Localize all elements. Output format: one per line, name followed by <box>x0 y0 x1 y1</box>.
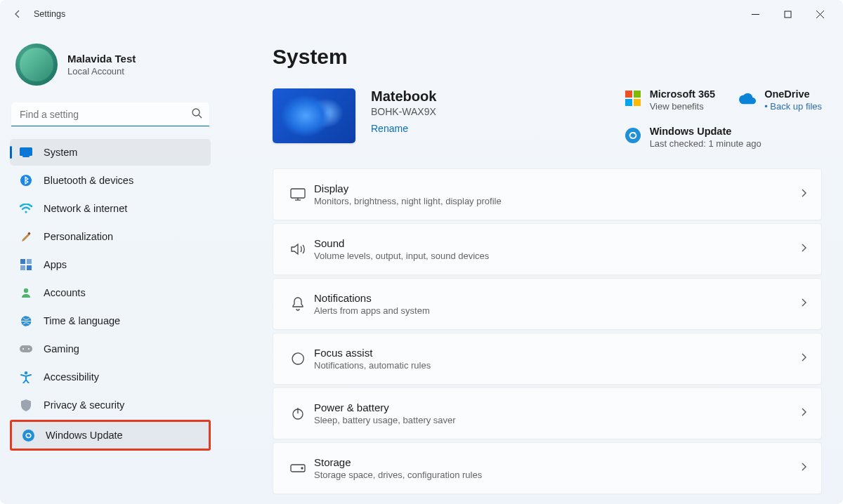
window-title: Settings <box>34 9 65 19</box>
svg-rect-12 <box>27 259 32 264</box>
svg-rect-25 <box>634 99 641 106</box>
settings-list: Display Monitors, brightness, night ligh… <box>273 168 822 494</box>
window-controls <box>739 3 836 25</box>
setting-subtitle: Notifications, automatic rules <box>314 360 431 371</box>
setting-title: Notifications <box>314 292 430 304</box>
setting-sound[interactable]: Sound Volume levels, output, input, soun… <box>273 223 822 275</box>
hero-row: Matebook BOHK-WAX9X Rename Microsoft 365… <box>273 88 822 149</box>
search-input[interactable] <box>11 102 209 126</box>
rename-link[interactable]: Rename <box>371 123 408 134</box>
svg-point-4 <box>192 109 200 116</box>
microsoft-logo-icon <box>625 90 641 107</box>
setting-display[interactable]: Display Monitors, brightness, night ligh… <box>273 168 822 220</box>
svg-rect-22 <box>625 91 632 98</box>
svg-rect-6 <box>20 147 32 156</box>
highlight-windows-update: Windows Update <box>10 420 211 451</box>
promo-onedrive[interactable]: OneDrive Back up files <box>739 88 822 112</box>
chevron-right-icon <box>800 298 807 310</box>
sidebar-item-system[interactable]: System <box>10 139 211 166</box>
avatar <box>15 44 58 86</box>
display-icon <box>286 188 310 201</box>
maximize-icon <box>784 11 792 18</box>
device-name: Matebook <box>371 88 436 105</box>
paintbrush-icon <box>20 230 32 243</box>
sidebar-item-network[interactable]: Network & internet <box>10 195 211 222</box>
bell-icon <box>286 297 310 311</box>
setting-power[interactable]: Power & battery Sleep, battery usage, ba… <box>273 387 822 439</box>
wifi-icon <box>20 202 32 215</box>
setting-subtitle: Volume levels, output, input, sound devi… <box>314 251 489 261</box>
setting-title: Storage <box>314 456 482 468</box>
moon-icon <box>286 352 310 365</box>
promo-subtitle: Back up files <box>764 101 822 112</box>
close-icon <box>816 11 824 18</box>
sidebar-item-label: Apps <box>44 259 67 270</box>
promo-title: Windows Update <box>650 126 762 137</box>
sidebar-item-apps[interactable]: Apps <box>10 251 211 278</box>
promo-windows-update[interactable]: Windows Update Last checked: 1 minute ag… <box>625 126 822 149</box>
sidebar-item-gaming[interactable]: Gaming <box>10 336 211 362</box>
profile-subtitle: Local Account <box>67 66 136 77</box>
svg-line-5 <box>199 115 202 118</box>
svg-point-19 <box>28 348 30 350</box>
gamepad-icon <box>20 343 32 355</box>
power-icon <box>286 407 310 420</box>
sidebar-item-time[interactable]: Time & language <box>10 307 211 334</box>
setting-focus-assist[interactable]: Focus assist Notifications, automatic ru… <box>273 333 822 385</box>
sidebar-item-label: Gaming <box>44 343 79 354</box>
svg-point-21 <box>22 430 34 442</box>
promo-microsoft-365[interactable]: Microsoft 365 View benefits <box>625 88 715 112</box>
storage-icon <box>286 464 310 472</box>
sidebar-item-accounts[interactable]: Accounts <box>10 279 211 306</box>
svg-point-33 <box>301 467 303 469</box>
chevron-right-icon <box>800 188 807 201</box>
svg-point-20 <box>25 371 27 374</box>
page-title: System <box>273 45 822 69</box>
setting-subtitle: Storage space, drives, configuration rul… <box>314 470 482 480</box>
sidebar-item-label: Windows Update <box>46 430 123 441</box>
close-button[interactable] <box>804 3 836 25</box>
svg-rect-17 <box>20 345 32 352</box>
device-info: Matebook BOHK-WAX9X Rename <box>371 88 436 135</box>
svg-point-9 <box>25 211 27 213</box>
sidebar-item-bluetooth[interactable]: Bluetooth & devices <box>10 167 211 194</box>
sidebar-item-label: Accessibility <box>44 371 99 383</box>
back-button[interactable] <box>7 4 28 25</box>
setting-title: Sound <box>314 237 489 249</box>
sidebar-item-personalization[interactable]: Personalization <box>10 223 211 250</box>
chevron-right-icon <box>800 352 807 365</box>
system-icon <box>20 146 32 159</box>
setting-notifications[interactable]: Notifications Alerts from apps and syste… <box>273 278 822 330</box>
sidebar-item-privacy[interactable]: Privacy & security <box>10 392 211 418</box>
minimize-button[interactable] <box>739 3 771 25</box>
bluetooth-icon <box>20 174 32 187</box>
update-icon <box>625 127 641 144</box>
promo-subtitle: Last checked: 1 minute ago <box>650 138 762 149</box>
search-icon <box>191 107 202 121</box>
hero-promos: Microsoft 365 View benefits OneDrive Bac… <box>625 88 822 149</box>
svg-point-18 <box>22 348 24 350</box>
setting-title: Display <box>314 183 502 194</box>
promo-subtitle: View benefits <box>650 101 715 112</box>
chevron-right-icon <box>800 462 807 475</box>
arrow-left-icon <box>12 8 23 20</box>
maximize-button[interactable] <box>771 3 804 25</box>
onedrive-icon <box>739 90 756 107</box>
svg-rect-24 <box>625 99 632 106</box>
setting-storage[interactable]: Storage Storage space, drives, configura… <box>273 442 822 494</box>
setting-subtitle: Sleep, battery usage, battery saver <box>314 415 456 425</box>
svg-rect-1 <box>785 11 791 18</box>
svg-rect-11 <box>20 259 25 264</box>
sidebar-item-accessibility[interactable]: Accessibility <box>10 364 211 390</box>
svg-rect-7 <box>22 156 30 157</box>
profile-block[interactable]: Malavida Test Local Account <box>10 28 211 102</box>
sidebar-item-label: Accounts <box>44 287 86 298</box>
sidebar-item-windows-update[interactable]: Windows Update <box>12 422 209 449</box>
setting-title: Power & battery <box>314 402 456 413</box>
sidebar-item-label: System <box>44 147 77 158</box>
svg-rect-14 <box>27 265 32 270</box>
nav: System Bluetooth & devices Network & int… <box>10 139 211 451</box>
svg-rect-27 <box>291 189 305 198</box>
search-field[interactable] <box>11 102 209 126</box>
device-thumbnail <box>273 88 355 143</box>
